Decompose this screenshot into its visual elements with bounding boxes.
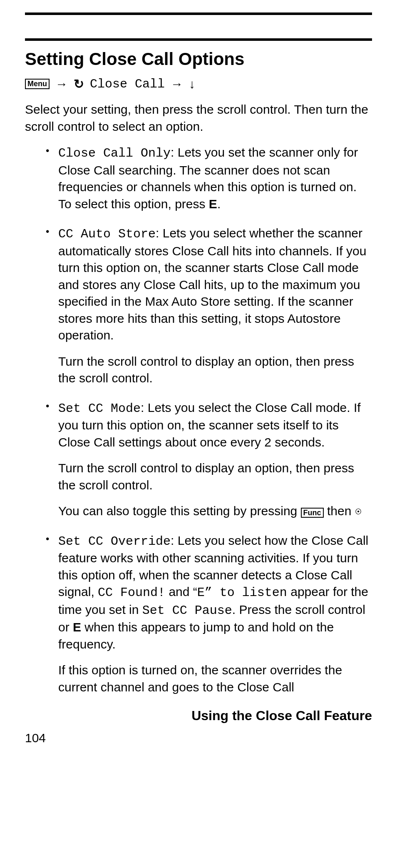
- option-label: Set CC Override: [58, 534, 171, 549]
- nav-close-call: Close Call: [90, 77, 165, 91]
- footer-title: Using the Close Call Feature: [25, 708, 372, 723]
- list-item: Close Call Only: Lets you set the scanne…: [46, 144, 372, 212]
- menu-keycap: Menu: [25, 79, 50, 90]
- option-text: when this appears to jump to and hold on…: [58, 620, 334, 651]
- option-text: and “: [165, 585, 197, 599]
- option-subtext: Turn the scroll control to display an op…: [58, 460, 372, 494]
- set-cc-pause-text: Set CC Pause: [142, 604, 232, 618]
- func-keycap: Func: [301, 508, 324, 518]
- option-subtext: If this option is turned on, the scanner…: [58, 662, 372, 696]
- key-e: E: [73, 620, 81, 634]
- option-subtext: Turn the scroll control to display an op…: [58, 353, 372, 387]
- options-list: Close Call Only: Lets you set the scanne…: [25, 144, 372, 696]
- list-item: Set CC Override: Lets you select how the…: [46, 532, 372, 696]
- nav-path: Menu → ↻ Close Call → ↓: [25, 77, 372, 91]
- text: then: [324, 504, 355, 518]
- option-subtext: You can also toggle this setting by pres…: [58, 503, 372, 520]
- intro-text: Select your setting, then press the scro…: [25, 101, 372, 135]
- key-e: E: [209, 197, 217, 211]
- page-number: 104: [25, 731, 372, 745]
- option-text: : Lets you select whether the scanner au…: [58, 226, 366, 342]
- rule-gap: [25, 15, 372, 38]
- option-label: Set CC Mode: [58, 402, 141, 416]
- arrow-right-icon: →: [171, 77, 183, 91]
- option-text: .: [217, 197, 221, 211]
- section-heading: Setting Close Call Options: [25, 49, 372, 69]
- close-call-icon: ⦿: [355, 508, 362, 515]
- top-rule-2: [25, 38, 372, 41]
- option-label: Close Call Only: [58, 146, 171, 160]
- arrow-right-icon: →: [55, 77, 68, 91]
- text: You can also toggle this setting by pres…: [58, 504, 301, 518]
- arrow-down-icon: ↓: [189, 77, 195, 91]
- cc-found-text: CC Found!: [98, 586, 165, 600]
- page-content: Setting Close Call Options Menu → ↻ Clos…: [0, 0, 397, 762]
- e-listen-text: E” to listen: [197, 586, 287, 600]
- refresh-icon: ↻: [74, 77, 84, 91]
- list-item: CC Auto Store: Lets you select whether t…: [46, 225, 372, 387]
- list-item: Set CC Mode: Lets you select the Close C…: [46, 399, 372, 520]
- option-label: CC Auto Store: [58, 227, 156, 241]
